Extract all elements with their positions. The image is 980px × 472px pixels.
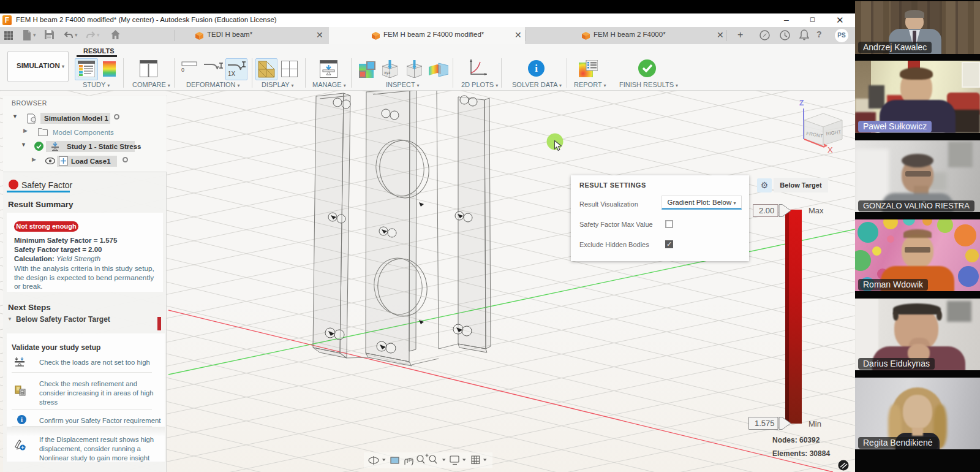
svg-text:0: 0 <box>181 67 184 72</box>
svg-text:X: X <box>827 145 833 154</box>
svg-text:1.575: 1.575 <box>755 419 775 428</box>
svg-text:1X: 1X <box>228 70 236 77</box>
svg-text:2.00: 2.00 <box>759 206 774 215</box>
svg-text:xyz: xyz <box>384 70 391 75</box>
svg-text:Z: Z <box>799 99 804 107</box>
